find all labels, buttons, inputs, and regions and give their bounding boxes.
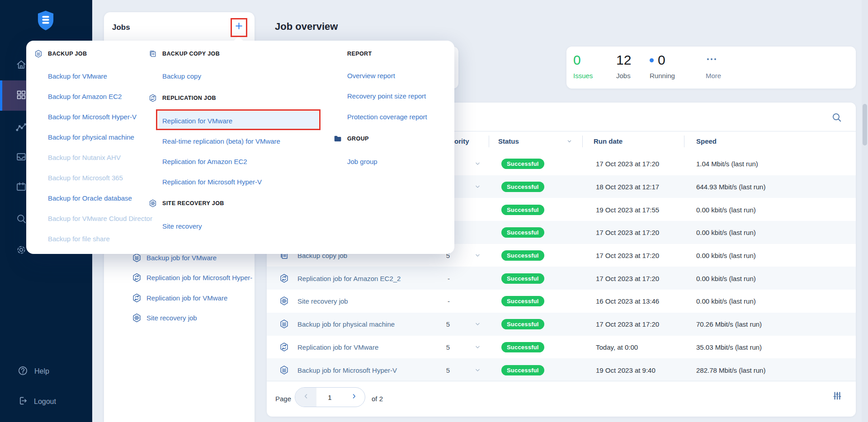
status-badge: Successful — [501, 227, 544, 238]
stat-more[interactable]: More — [706, 52, 721, 80]
site-recovery-icon — [148, 199, 162, 208]
help-label: Help — [34, 367, 49, 375]
next-page-button[interactable] — [343, 388, 364, 407]
menu-item-backup-copy[interactable]: Backup copy — [148, 70, 201, 81]
menu-label: Backup for Nutanix AHV — [48, 154, 121, 161]
app-logo-shield-icon — [37, 10, 54, 31]
stat-value: 12 — [616, 52, 631, 68]
expand-chevron-icon[interactable] — [474, 366, 481, 374]
menu-label: Backup for Microsoft 365 — [48, 174, 123, 182]
menu-item-backup-for-amazon-ec2[interactable]: Backup for Amazon EC2 — [34, 91, 122, 102]
menu-label: REPORT — [347, 51, 372, 57]
replication-icon — [148, 94, 162, 103]
job-priority: - — [439, 297, 450, 305]
column-header-run-date[interactable]: Run date — [594, 137, 623, 145]
filter-sliders-icon[interactable] — [832, 390, 843, 403]
scrollbar-thumb[interactable] — [863, 104, 867, 145]
status-badge: Successful — [501, 159, 544, 169]
run-speed: 644.93 Mbit/s (last run) — [696, 183, 765, 191]
prev-page-button[interactable] — [295, 388, 316, 407]
sort-chevron-down-icon[interactable] — [566, 138, 573, 146]
run-date: 17 Oct 2023 at 17:20 — [596, 320, 659, 328]
stat-label: Running — [650, 72, 675, 80]
run-speed: 0.00 kbit/s (last run) — [696, 274, 756, 282]
expand-chevron-icon[interactable] — [474, 320, 481, 328]
backup-job-icon — [279, 319, 289, 329]
sidebar-settings-icon — [15, 244, 27, 258]
add-job-button[interactable] — [232, 19, 245, 33]
job-name: Replication job for Amazon EC2_2 — [297, 274, 401, 282]
menu-item-replication-for-microsoft-hyper-v[interactable]: Replication for Microsoft Hyper-V — [148, 176, 262, 187]
menu-item-real-time-replication-beta-for-vmware[interactable]: Real-time replication (beta) for VMware — [148, 136, 280, 146]
run-speed: 0.00 kbit/s (last run) — [696, 206, 756, 213]
tree-item-label: Backup job for VMware — [146, 254, 217, 262]
run-speed: 35.03 Mbit/s (last run) — [696, 343, 762, 351]
sidebar-calendar-icon — [15, 181, 27, 194]
menu-section-group: GROUP — [333, 133, 369, 144]
tree-item-replication-job-for-microsoft-hyper[interactable]: Replication job for Microsoft Hyper- — [132, 272, 252, 283]
menu-item-protection-coverage-report[interactable]: Protection coverage report — [333, 111, 427, 122]
job-name: Replication job for VMware — [297, 343, 378, 351]
menu-item-backup-for-microsoft-365[interactable]: Backup for Microsoft 365 — [34, 172, 123, 183]
job-name: Backup job for Microsoft Hyper-V — [297, 366, 397, 374]
pagination: Page 1 of 2 — [267, 381, 856, 417]
table-row[interactable]: Backup job for physical machine5Successf… — [267, 313, 856, 336]
job-name: Backup job for physical machine — [297, 320, 395, 328]
expand-chevron-icon[interactable] — [474, 343, 481, 351]
logout-button[interactable]: Logout — [0, 390, 92, 413]
status-badge: Successful — [501, 342, 544, 352]
tree-item-site-recovery-job[interactable]: Site recovery job — [132, 312, 197, 323]
run-speed: 70.26 Mbit/s (last run) — [696, 320, 762, 328]
menu-label: GROUP — [347, 136, 369, 142]
menu-item-backup-for-oracle-database[interactable]: Backup for Oracle database — [34, 192, 132, 203]
menu-item-backup-for-vmware[interactable]: Backup for VMware — [34, 70, 107, 81]
expand-chevron-icon[interactable] — [474, 183, 481, 191]
page-title: Job overview — [275, 21, 338, 33]
column-header-speed[interactable]: Speed — [696, 137, 717, 145]
menu-item-site-recovery[interactable]: Site recovery — [148, 220, 202, 231]
menu-label: BACKUP COPY JOB — [162, 51, 220, 57]
logout-icon — [17, 395, 28, 408]
search-icon[interactable] — [831, 112, 842, 125]
run-speed: 0.00 kbit/s (last run) — [696, 252, 756, 259]
sidebar-dashboard-icon — [15, 89, 27, 103]
jobs-panel-title: Jobs — [112, 23, 130, 32]
menu-item-backup-for-physical-machine[interactable]: Backup for physical machine — [34, 131, 134, 142]
table-row[interactable]: Backup job for Microsoft Hyper-V5Success… — [267, 358, 856, 381]
menu-label: Replication for VMware — [162, 117, 232, 125]
menu-label: Backup for Amazon EC2 — [48, 93, 122, 100]
expand-chevron-icon[interactable] — [474, 252, 481, 259]
menu-item-overview-report[interactable]: Overview report — [333, 70, 395, 81]
backup-icon — [34, 49, 48, 58]
page-number-input[interactable]: 1 — [316, 388, 343, 407]
expand-chevron-icon[interactable] — [474, 160, 481, 168]
column-header-status[interactable]: Status — [498, 137, 519, 145]
menu-item-backup-for-file-share[interactable]: Backup for file share — [34, 233, 110, 244]
menu-item-backup-for-nutanix-ahv[interactable]: Backup for Nutanix AHV — [34, 152, 121, 163]
run-speed: 0.00 kbit/s (last run) — [696, 297, 756, 305]
table-row[interactable]: Replication job for Amazon EC2_2-Success… — [267, 267, 856, 290]
menu-item-backup-for-vmware-cloud-director[interactable]: Backup for VMware Cloud Director — [34, 213, 152, 224]
menu-item-job-group[interactable]: Job group — [333, 156, 377, 167]
run-date: 19 Oct 2023 at 17:55 — [596, 206, 659, 213]
table-row[interactable]: Site recovery job-Successful16 Oct 2023 … — [267, 290, 856, 313]
stat-label: Issues — [573, 72, 593, 80]
menu-item-replication-for-vmware[interactable]: Replication for VMware — [148, 115, 232, 126]
menu-label: Replication for Amazon EC2 — [162, 158, 247, 165]
tree-item-replication-job-for-vmware[interactable]: Replication job for VMware — [132, 292, 227, 303]
run-date: 17 Oct 2023 at 17:20 — [596, 252, 659, 259]
table-row[interactable]: Replication job for VMware5SuccessfulTod… — [267, 336, 856, 359]
menu-item-backup-for-microsoft-hyper-v[interactable]: Backup for Microsoft Hyper-V — [34, 111, 137, 122]
run-speed: 1.04 Mbit/s (last run) — [696, 160, 758, 168]
help-button[interactable]: Help — [0, 360, 92, 383]
job-priority: 5 — [439, 320, 450, 328]
create-job-menu: BACKUP JOBBackup for VMwareBackup for Am… — [26, 41, 454, 254]
menu-item-recovery-point-size-report[interactable]: Recovery point size report — [333, 90, 426, 101]
menu-label: Replication for Microsoft Hyper-V — [162, 178, 262, 186]
sidebar-search-icon — [15, 213, 27, 226]
scrollbar-track[interactable] — [862, 0, 868, 422]
menu-item-replication-for-amazon-ec2[interactable]: Replication for Amazon EC2 — [148, 156, 247, 167]
backup-job-icon — [279, 365, 289, 375]
job-summary-card: 0Issues12Jobs0RunningMore — [566, 47, 856, 89]
stat-value: 0 — [573, 52, 581, 68]
